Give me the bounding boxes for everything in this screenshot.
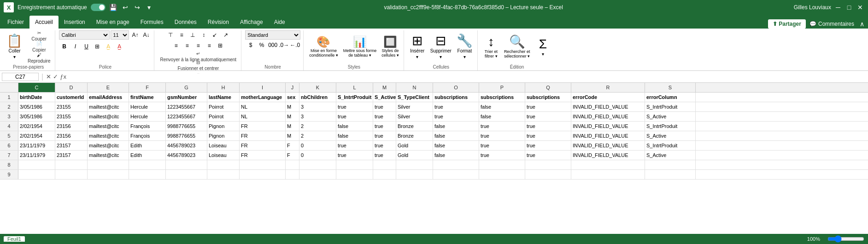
- fusionner-button[interactable]: ⊟ Fusionner et centrer ▾: [176, 63, 221, 73]
- formula-confirm-icon[interactable]: ✓: [53, 73, 58, 80]
- cell-i7[interactable]: FR: [240, 151, 286, 160]
- tab-revision[interactable]: Révision: [202, 16, 235, 29]
- cell-e6[interactable]: mailtest@citc: [88, 141, 129, 150]
- col-header-h[interactable]: H: [207, 83, 240, 92]
- cell-h7[interactable]: Loiseau: [207, 151, 240, 160]
- cell-l2[interactable]: true: [336, 102, 373, 111]
- cell-e9[interactable]: [88, 170, 129, 179]
- col-header-n[interactable]: N: [396, 83, 433, 92]
- cell-q4[interactable]: true: [525, 122, 571, 131]
- cell-c8[interactable]: [18, 160, 55, 169]
- tab-formules[interactable]: Formules: [135, 16, 169, 29]
- comments-button[interactable]: 💬 Commentaires: [809, 21, 854, 27]
- cell-e7[interactable]: mailtest@citc: [88, 151, 129, 160]
- font-size-select[interactable]: 11: [111, 30, 129, 40]
- cell-l7[interactable]: true: [336, 151, 373, 160]
- underline-button[interactable]: U: [81, 42, 91, 51]
- align-middle-icon[interactable]: ≡: [176, 30, 187, 40]
- number-format-select[interactable]: Standard: [245, 30, 300, 40]
- cell-p1[interactable]: subscriptions: [479, 93, 525, 102]
- cell-d9[interactable]: [55, 170, 88, 179]
- cell-s5[interactable]: S_Active: [645, 131, 696, 140]
- cell-g1[interactable]: gsmNumber: [166, 93, 207, 102]
- col-header-e[interactable]: E: [88, 83, 129, 92]
- cell-h3[interactable]: Poirrot: [207, 112, 240, 121]
- cell-r8[interactable]: [571, 160, 645, 169]
- cell-c3[interactable]: 3/05/1986: [18, 112, 55, 121]
- row-num-8[interactable]: 8: [0, 160, 18, 169]
- row-num-5[interactable]: 5: [0, 131, 18, 140]
- cell-g6[interactable]: 4456789023: [166, 141, 207, 150]
- cell-r5[interactable]: INVALID_FIELD_VALUE: [571, 131, 645, 140]
- share-button[interactable]: ⬆ Partager: [768, 19, 806, 29]
- row-num-3[interactable]: 3: [0, 112, 18, 121]
- cell-l5[interactable]: false: [336, 131, 373, 140]
- row-num-1[interactable]: 1: [0, 93, 18, 102]
- cell-n4[interactable]: Bronze: [396, 122, 433, 131]
- cell-l8[interactable]: [336, 160, 373, 169]
- cell-q7[interactable]: true: [525, 151, 571, 160]
- cell-p4[interactable]: true: [479, 122, 525, 131]
- cell-g9[interactable]: [166, 170, 207, 179]
- couper-button[interactable]: ✂ Couper: [26, 31, 52, 41]
- cell-ref-input[interactable]: [2, 73, 39, 81]
- cell-p3[interactable]: false: [479, 112, 525, 121]
- trier-button[interactable]: ↕ Trier etfiltrer ▾: [481, 33, 501, 61]
- copier-button[interactable]: 📄 Copier: [26, 42, 52, 52]
- col-header-g[interactable]: G: [166, 83, 207, 92]
- cell-d6[interactable]: 23157: [55, 141, 88, 150]
- cell-m1[interactable]: S_Active: [373, 93, 396, 102]
- borders-button[interactable]: ⊞: [92, 42, 102, 51]
- cell-n8[interactable]: [396, 160, 433, 169]
- tab-affichage[interactable]: Affichage: [235, 16, 269, 29]
- bold-button[interactable]: B: [59, 42, 69, 51]
- cell-l9[interactable]: [336, 170, 373, 179]
- cell-j1[interactable]: sex: [286, 93, 299, 102]
- row-num-6[interactable]: 6: [0, 141, 18, 150]
- cell-i2[interactable]: NL: [240, 102, 286, 111]
- align-bottom-icon[interactable]: ⊥: [188, 30, 198, 40]
- cell-p9[interactable]: [479, 170, 525, 179]
- more-commands-icon[interactable]: ▾: [145, 3, 153, 12]
- col-header-k[interactable]: K: [299, 83, 336, 92]
- font-name-select[interactable]: Calibri: [59, 30, 110, 40]
- cell-s1[interactable]: errorColumn: [645, 93, 696, 102]
- cell-f8[interactable]: [129, 160, 166, 169]
- cell-e2[interactable]: mailtest@citc: [88, 102, 129, 111]
- cell-d3[interactable]: 23155: [55, 112, 88, 121]
- cell-r1[interactable]: errorCode: [571, 93, 645, 102]
- cell-o1[interactable]: subscriptions: [433, 93, 479, 102]
- cell-s2[interactable]: S_IntrtProduit: [645, 102, 696, 111]
- row-num-7[interactable]: 7: [0, 151, 18, 160]
- cell-c7[interactable]: 23/11/1979: [18, 151, 55, 160]
- row-num-4[interactable]: 4: [0, 122, 18, 131]
- percent-icon[interactable]: %: [257, 41, 267, 50]
- cell-e8[interactable]: [88, 160, 129, 169]
- sigma-button[interactable]: Σ ▾: [533, 33, 552, 61]
- cell-h6[interactable]: Loiseau: [207, 141, 240, 150]
- cell-c1[interactable]: birthDate: [18, 93, 55, 102]
- cell-o3[interactable]: true: [433, 112, 479, 121]
- cell-o2[interactable]: true: [433, 102, 479, 111]
- ribbon-minimize-icon[interactable]: ∧: [858, 20, 866, 28]
- cell-l6[interactable]: true: [336, 141, 373, 150]
- formula-insert-icon[interactable]: ƒx: [60, 73, 66, 80]
- cell-k7[interactable]: 0: [299, 151, 336, 160]
- cell-n7[interactable]: Gold: [396, 151, 433, 160]
- cell-m8[interactable]: [373, 160, 396, 169]
- tableau-button[interactable]: 📊 Mettre sous formede tableau ▾: [341, 33, 379, 61]
- tab-aide[interactable]: Aide: [269, 16, 291, 29]
- cell-n6[interactable]: Gold: [396, 141, 433, 150]
- cell-f6[interactable]: Edith: [129, 141, 166, 150]
- cell-i3[interactable]: NL: [240, 112, 286, 121]
- cell-r2[interactable]: INVALID_FIELD_VALUE: [571, 102, 645, 111]
- cell-e4[interactable]: mailtest@citc: [88, 122, 129, 131]
- cell-q1[interactable]: subscriptions: [525, 93, 571, 102]
- indent-increase-icon[interactable]: ↗: [221, 30, 231, 40]
- cell-s4[interactable]: S_IntrtProduit: [645, 122, 696, 131]
- col-header-p[interactable]: P: [479, 83, 525, 92]
- cell-l4[interactable]: false: [336, 122, 373, 131]
- cell-d1[interactable]: customerId: [55, 93, 88, 102]
- coller-button[interactable]: 📋 Coller ▾: [5, 33, 24, 61]
- cell-f1[interactable]: firstName: [129, 93, 166, 102]
